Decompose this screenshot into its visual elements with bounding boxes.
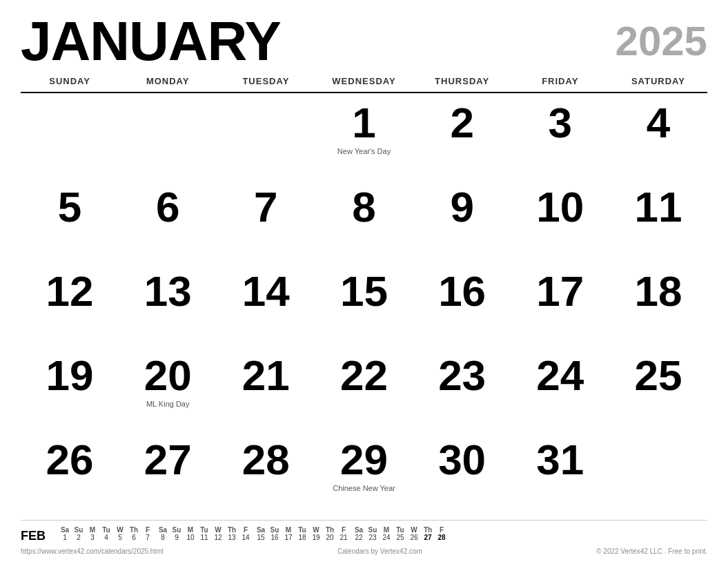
weekday-header: MONDAY [119,73,217,89]
holiday-label: New Year's Day [337,147,391,156]
day-cell: 22 [315,349,413,433]
footer-copyright: © 2022 Vertex42 LLC . Free to print. [596,548,707,555]
day-number: 6 [156,186,179,229]
mini-day-number: 4 [99,534,113,541]
mini-day-number: 15 [254,534,268,541]
mini-day-header: M [184,526,197,534]
mini-headers: SaSuMTuWThFSaSuMTuWThFSaSuMTuWThFSaSuMTu… [58,526,707,534]
mini-day-number: 24 [380,534,393,541]
mini-day-number: 11 [197,534,211,541]
mini-day-header: F [435,526,449,534]
mini-day-number: 8 [156,534,170,541]
mini-day-header: Sa [58,526,72,534]
mini-day-number: 10 [184,534,197,541]
mini-day-header: W [407,526,421,534]
weekday-header: SATURDAY [609,73,707,89]
mini-day-header: F [337,526,351,534]
mini-numbers: 1234567891011121314151617181920212223242… [58,534,707,541]
footer-row: https://www.vertex42.com/calendars/2025.… [21,543,707,555]
mini-day-header: Tu [197,526,211,534]
mini-week-number-group: 1234567 [58,534,155,541]
mini-day-header: Th [127,526,141,534]
day-cell: 10 [511,180,609,264]
weekday-header: SUNDAY [21,73,119,89]
mini-day-header: M [380,526,393,534]
mini-day-number: 21 [337,534,351,541]
mini-day-header: Tu [393,526,407,534]
day-cell: 31 [511,433,609,517]
mini-day-header: W [211,526,225,534]
day-cell: 9 [413,180,511,264]
mini-week-number-group: 15161718192021 [254,534,351,541]
day-number: 11 [634,186,682,229]
mini-week-number-group: 891011121314 [156,534,253,541]
mini-table: SaSuMTuWThFSaSuMTuWThFSaSuMTuWThFSaSuMTu… [58,526,707,541]
day-cell: 18 [609,264,707,349]
day-cell: 12 [21,264,119,349]
day-cell [217,96,315,180]
footer-url: https://www.vertex42.com/calendars/2025.… [21,548,164,555]
day-cell: 29Chinese New Year [315,433,413,517]
day-cell: 26 [21,433,119,517]
day-number: 4 [647,101,670,144]
mini-day-header: W [113,526,127,534]
mini-day-header: Sa [156,526,170,534]
mini-day-header: Sa [352,526,366,534]
day-cell: 19 [21,349,119,433]
mini-day-number: 9 [170,534,184,541]
day-number: 17 [536,270,584,313]
mini-week-number-group: 22232425262728 [352,534,449,541]
weekday-header: WEDNESDAY [315,73,413,89]
mini-day-number: 25 [393,534,407,541]
day-number: 13 [144,270,192,313]
day-cell: 7 [217,180,315,264]
day-number: 2 [450,101,473,144]
day-number: 3 [549,101,572,144]
day-number: 30 [438,438,486,481]
day-cell [119,96,217,180]
day-number: 1 [352,101,375,144]
mini-day-number: 22 [352,534,366,541]
day-number: 10 [536,186,584,229]
day-number: 16 [438,270,486,313]
mini-day-number: 14 [239,534,253,541]
mini-day-number: 27 [421,534,435,541]
day-cell: 27 [119,433,217,517]
day-cell: 16 [413,264,511,349]
mini-day-number: 16 [268,534,282,541]
mini-day-header: F [141,526,155,534]
mini-day-number: 26 [407,534,421,541]
day-cell: 20ML King Day [119,349,217,433]
day-cell: 23 [413,349,511,433]
day-cell: 24 [511,349,609,433]
mini-week-header-group: SaSuMTuWThF [254,526,351,534]
weekday-header: FRIDAY [511,73,609,89]
mini-day-number: 19 [309,534,323,541]
day-cell: 8 [315,180,413,264]
weekday-row: SUNDAYMONDAYTUESDAYWEDNESDAYTHURSDAYFRID… [21,73,707,93]
mini-day-number: 12 [211,534,225,541]
mini-day-number: 18 [295,534,309,541]
footer-brand: Calendars by Vertex42.com [337,548,422,555]
mini-week-header-group: SaSuMTuWThF [58,526,155,534]
day-cell: 11 [609,180,707,264]
mini-day-header: Th [421,526,435,534]
day-number: 19 [46,354,94,397]
day-number: 24 [536,354,584,397]
day-number: 18 [634,270,682,313]
day-number: 29 [340,438,388,481]
day-number: 9 [450,186,473,229]
day-cell [21,96,119,180]
day-cell [609,433,707,517]
weekday-header: THURSDAY [413,73,511,89]
mini-day-header: Sa [254,526,268,534]
day-number: 28 [242,438,290,481]
day-cell: 28 [217,433,315,517]
month-title: JANUARY [21,14,281,69]
mini-day-header: Tu [295,526,309,534]
holiday-label: Chinese New Year [333,484,395,493]
mini-day-header: Th [225,526,239,534]
day-cell: 5 [21,180,119,264]
mini-week-header-group: SaSuMTuWThF [156,526,253,534]
mini-month-label: FEB [21,526,48,543]
